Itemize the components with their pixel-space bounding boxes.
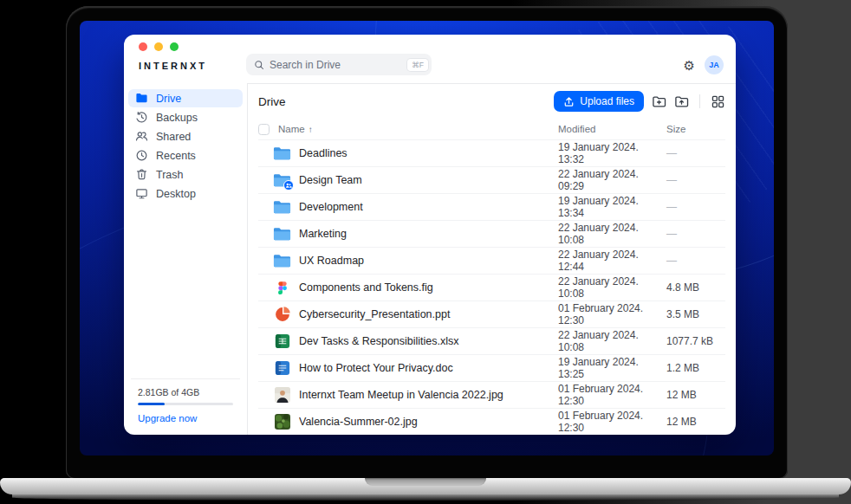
storage-progress-track xyxy=(138,403,233,405)
sidebar-item-trash[interactable]: Trash xyxy=(128,165,243,184)
main-header: Drive Upload files xyxy=(248,84,736,119)
drive-icon xyxy=(135,92,148,105)
file-modified: 19 January 2024. 13:32 xyxy=(558,141,666,165)
file-name: Deadlines xyxy=(299,147,558,159)
sidebar: Drive Backups Shared Recents Trash Deskt… xyxy=(124,83,247,435)
grid-view-icon xyxy=(711,94,725,109)
excel-icon xyxy=(275,333,290,349)
file-row[interactable]: Dev Tasks & Responsibilities.xlsx 22 Jan… xyxy=(258,327,725,354)
upgrade-link[interactable]: Upgrade now xyxy=(138,413,233,423)
search-input[interactable] xyxy=(270,59,402,71)
file-row[interactable]: Valencia-Summer-02.jpg 01 February 2024.… xyxy=(258,408,725,435)
file-name: Design Team xyxy=(299,174,558,186)
sidebar-item-backups[interactable]: Backups xyxy=(128,108,243,126)
file-size: — xyxy=(666,147,725,159)
file-size: 12 MB xyxy=(666,389,725,401)
file-row[interactable]: Design Team 22 January 2024. 09:29 — xyxy=(258,166,725,193)
traffic-lights xyxy=(139,42,179,51)
shared-icon xyxy=(135,130,148,143)
backups-icon xyxy=(135,111,148,124)
file-row[interactable]: Marketing 22 January 2024. 10:08 — xyxy=(258,220,725,247)
file-size: 4.8 MB xyxy=(666,281,725,294)
file-name: How to Protect Your Privacy.doc xyxy=(299,362,558,374)
file-size: 1077.7 kB xyxy=(666,335,725,347)
file-modified: 19 January 2024. 13:25 xyxy=(558,356,666,380)
sort-arrow-icon: ↑ xyxy=(309,125,313,134)
file-modified: 01 February 2024. 12:30 xyxy=(558,410,666,434)
file-row[interactable]: How to Protect Your Privacy.doc 19 Janua… xyxy=(258,354,725,381)
figma-icon xyxy=(275,280,290,295)
folder-icon xyxy=(273,145,291,161)
trash-icon xyxy=(135,168,148,181)
file-row[interactable]: Cybersecurity_Presentation.ppt 01 Februa… xyxy=(258,300,725,327)
select-all-checkbox[interactable] xyxy=(258,124,270,135)
desktop-icon xyxy=(135,187,148,200)
file-name: Valencia-Summer-02.jpg xyxy=(299,416,558,428)
user-avatar[interactable]: JA xyxy=(705,55,724,74)
zoom-window-button[interactable] xyxy=(170,42,179,51)
new-folder-button[interactable] xyxy=(652,94,666,109)
storage-progress-fill xyxy=(138,403,165,405)
sidebar-item-desktop[interactable]: Desktop xyxy=(128,184,243,203)
file-size: — xyxy=(666,255,725,267)
upload-icon xyxy=(563,96,575,107)
file-row[interactable]: Internxt Team Meetup in Valencia 2022.jp… xyxy=(258,381,725,408)
close-window-button[interactable] xyxy=(139,42,147,51)
column-header-size: Size xyxy=(666,124,725,134)
file-row[interactable]: Deadlines 19 January 2024. 13:32 — xyxy=(258,139,725,166)
laptop-lid: INTERNXT ⌘F ⚙ JA Drive xyxy=(66,6,788,479)
file-modified: 22 January 2024. 09:29 xyxy=(558,168,666,192)
search-shortcut-badge: ⌘F xyxy=(407,59,428,71)
file-modified: 22 January 2024. 10:08 xyxy=(558,275,666,300)
search-bar[interactable]: ⌘F xyxy=(246,54,432,75)
folder-icon xyxy=(273,253,291,268)
file-size: 1.2 MB xyxy=(666,362,725,374)
sidebar-item-recents[interactable]: Recents xyxy=(128,146,243,165)
column-header-modified: Modified xyxy=(558,124,666,134)
file-row[interactable]: Components and Tokens.fig 22 January 202… xyxy=(258,274,725,300)
divider xyxy=(699,94,700,108)
laptop-base xyxy=(0,478,851,494)
file-name: Development xyxy=(299,201,558,213)
grid-view-button[interactable] xyxy=(711,94,725,109)
file-row[interactable]: Development 19 January 2024. 13:34 — xyxy=(258,193,725,220)
file-name: Components and Tokens.fig xyxy=(299,281,558,294)
file-name: Internxt Team Meetup in Valencia 2022.jp… xyxy=(299,389,558,401)
folder-plus-icon xyxy=(652,94,666,109)
storage-section: 2.81GB of 4GB Upgrade now xyxy=(131,378,240,435)
settings-gear-icon[interactable]: ⚙ xyxy=(684,59,695,72)
laptop-screen: INTERNXT ⌘F ⚙ JA Drive xyxy=(80,21,774,456)
minimize-window-button[interactable] xyxy=(154,42,163,51)
file-list: Deadlines 19 January 2024. 13:32 — Desig… xyxy=(248,139,736,435)
powerpoint-icon xyxy=(275,307,290,322)
file-name: Dev Tasks & Responsibilities.xlsx xyxy=(299,335,558,347)
laptop-base-notch xyxy=(365,478,486,486)
file-modified: 22 January 2024. 10:08 xyxy=(558,329,666,353)
folder-icon xyxy=(273,199,291,215)
upload-folder-button[interactable] xyxy=(674,94,689,109)
search-icon xyxy=(254,60,264,70)
sidebar-item-shared[interactable]: Shared xyxy=(128,127,243,145)
file-row[interactable]: UX Roadmap 22 January 2024. 12:44 — xyxy=(258,247,725,274)
titlebar: INTERNXT ⌘F ⚙ JA xyxy=(124,35,736,83)
word-icon xyxy=(275,360,290,376)
file-size: — xyxy=(666,174,725,186)
shared-folder-badge xyxy=(283,180,294,191)
column-header-name[interactable]: Name ↑ xyxy=(278,124,558,134)
file-size: 3.5 MB xyxy=(666,308,725,320)
people-icon xyxy=(285,182,292,189)
upload-files-button[interactable]: Upload files xyxy=(554,91,644,112)
breadcrumb: Drive xyxy=(258,95,286,108)
topbar-actions: ⚙ JA xyxy=(684,55,724,75)
sidebar-item-drive[interactable]: Drive xyxy=(128,89,243,107)
storage-usage-label: 2.81GB of 4GB xyxy=(138,387,233,397)
file-modified: 22 January 2024. 10:08 xyxy=(558,222,666,246)
internxt-logo: INTERNXT xyxy=(139,61,246,75)
file-modified: 22 January 2024. 12:44 xyxy=(558,249,666,273)
table-header: Name ↑ Modified Size xyxy=(248,119,736,139)
file-name: Cybersecurity_Presentation.ppt xyxy=(299,308,558,320)
file-name: UX Roadmap xyxy=(299,255,558,267)
header-actions: Upload files xyxy=(554,91,725,112)
file-name: Marketing xyxy=(299,228,558,240)
file-modified: 19 January 2024. 13:34 xyxy=(558,195,666,219)
